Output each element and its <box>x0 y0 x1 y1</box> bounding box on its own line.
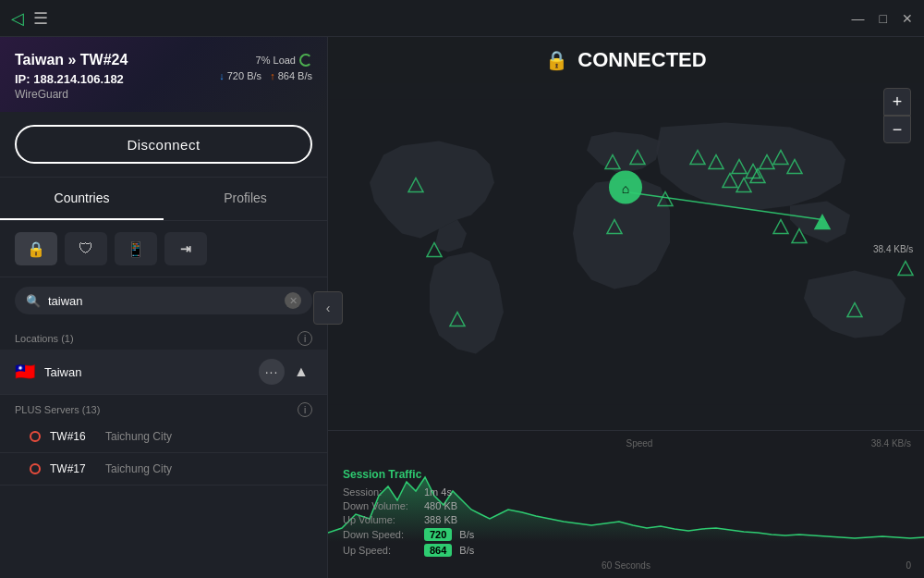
search-clear-button[interactable]: ✕ <box>285 292 301 309</box>
plus-servers-info-icon[interactable]: i <box>298 402 312 417</box>
session-row-up-speed: Up Speed: 864 B/s <box>343 544 474 557</box>
connection-status-text: CONNECTED <box>578 48 706 72</box>
up-volume-value: 388 KB <box>424 514 457 525</box>
session-row-time: Session: 1m 4s <box>343 486 474 498</box>
shield-filter-icon: 🛡 <box>79 240 93 257</box>
search-icon: 🔍 <box>26 294 41 308</box>
graph-speed-label: Speed <box>626 438 653 449</box>
connection-protocol: WireGuard <box>15 88 312 101</box>
svg-text:⌂: ⌂ <box>622 181 629 196</box>
session-value: 1m 4s <box>424 486 452 498</box>
down-volume-value: 480 KB <box>424 500 457 511</box>
speed-graph: Speed 38.4 KB/s 60 Seconds 0 <box>328 430 924 578</box>
svg-text:38.4 KB/s: 38.4 KB/s <box>873 244 913 254</box>
zoom-out-button[interactable]: − <box>883 116 911 143</box>
server-status-dot-icon <box>30 431 41 442</box>
world-map: ⌂ <box>328 74 924 430</box>
server-city-tw17: Taichung City <box>105 462 312 475</box>
ip-value: 188.214.106.182 <box>33 72 124 86</box>
up-volume-label: Up Volume: <box>343 514 417 525</box>
session-traffic-title: Session Traffic <box>343 468 474 481</box>
session-row-down-vol: Down Volume: 480 KB <box>343 500 474 511</box>
download-arrow-icon: ↓ <box>219 70 225 81</box>
forward-filter-icon: ⇥ <box>180 241 191 256</box>
tab-profiles[interactable]: Profiles <box>164 178 327 220</box>
search-input[interactable] <box>48 294 285 308</box>
down-speed-value: 720 <box>424 528 452 541</box>
disconnect-section: Disconnect <box>0 112 327 178</box>
graph-time-label: 60 Seconds <box>602 560 650 571</box>
connection-info: Taiwan » TW#24 IP: 188.214.106.182 WireG… <box>0 37 327 112</box>
download-speed: 720 B/s <box>227 70 261 81</box>
server-id-tw17: TW#17 <box>50 462 105 475</box>
session-row-up-vol: Up Volume: 388 KB <box>343 514 474 525</box>
ip-label: IP: <box>15 72 30 86</box>
filter-phone-button[interactable]: 📱 <box>115 232 157 265</box>
taiwan-server-name: Taiwan <box>44 365 259 379</box>
down-volume-label: Down Volume: <box>343 500 417 511</box>
session-traffic-panel: Session Traffic Session: 1m 4s Down Volu… <box>343 468 474 560</box>
graph-time-right-label: 0 <box>906 560 911 571</box>
graph-distance-label: 38.4 KB/s <box>871 438 911 449</box>
taiwan-flag-icon: 🇹🇼 <box>15 362 35 382</box>
app-logo-icon: ◁ <box>11 8 24 29</box>
server-options-button[interactable]: ··· <box>259 359 285 385</box>
up-speed-unit: B/s <box>459 545 474 556</box>
list-item[interactable]: 🇹🇼 Taiwan ··· ▲ <box>0 350 327 395</box>
server-list: Locations (1) i 🇹🇼 Taiwan ··· ▲ PLUS Ser… <box>0 324 327 578</box>
main-layout: Taiwan » TW#24 IP: 188.214.106.182 WireG… <box>0 37 924 578</box>
locations-info-icon[interactable]: i <box>298 331 312 346</box>
connection-speeds: ↓ 720 B/s ↑ 864 B/s <box>219 70 312 81</box>
title-bar: ◁ ☰ — □ ✕ <box>0 0 924 37</box>
filter-icons-row: 🔒 🛡 📱 ⇥ <box>0 221 327 277</box>
status-lock-icon: 🔒 <box>545 49 568 71</box>
collapse-panel-button[interactable]: ‹ <box>313 291 343 325</box>
server-expand-button[interactable]: ▲ <box>290 361 312 383</box>
upload-arrow-icon: ↑ <box>270 70 275 81</box>
session-label: Session: <box>343 486 417 498</box>
plus-servers-section-header: PLUS Servers (13) i <box>0 395 327 421</box>
server-id-tw16: TW#16 <box>50 430 105 443</box>
phone-filter-icon: 📱 <box>127 240 145 258</box>
server-load: 7% Load <box>219 54 312 67</box>
up-speed-label: Up Speed: <box>343 545 417 556</box>
load-label: 7% Load <box>256 55 296 66</box>
tabs-bar: Countries Profiles <box>0 178 327 221</box>
maximize-button[interactable]: □ <box>880 11 887 26</box>
minimize-button[interactable]: — <box>852 11 865 26</box>
left-panel: Taiwan » TW#24 IP: 188.214.106.182 WireG… <box>0 37 328 578</box>
list-item[interactable]: TW#17 Taichung City <box>0 453 327 486</box>
filter-lock-button[interactable]: 🔒 <box>15 232 57 265</box>
down-speed-unit: B/s <box>459 529 474 540</box>
upload-speed: 864 B/s <box>278 70 312 81</box>
server-item-actions: ··· ▲ <box>259 359 312 385</box>
up-speed-value: 864 <box>424 544 452 557</box>
plus-servers-label: PLUS Servers (13) <box>15 404 100 415</box>
filter-shield-button[interactable]: 🛡 <box>65 232 107 265</box>
zoom-in-button[interactable]: + <box>883 88 911 116</box>
list-item[interactable]: TW#16 Taichung City <box>0 421 327 453</box>
server-status-dot-icon <box>30 463 41 474</box>
load-circle-icon <box>299 54 312 67</box>
down-speed-label: Down Speed: <box>343 529 417 540</box>
locations-section-header: Locations (1) i <box>0 324 327 350</box>
server-city-tw16: Taichung City <box>105 430 312 443</box>
window-controls: — □ ✕ <box>852 11 913 26</box>
disconnect-button[interactable]: Disconnect <box>15 125 312 164</box>
right-panel: 🔒 CONNECTED <box>328 37 924 578</box>
session-row-down-speed: Down Speed: 720 B/s <box>343 528 474 541</box>
close-button[interactable]: ✕ <box>902 11 913 26</box>
locations-label: Locations (1) <box>15 333 74 344</box>
hamburger-menu-icon[interactable]: ☰ <box>33 8 48 29</box>
map-zoom-controls: + − <box>883 88 911 143</box>
connection-stats: 7% Load ↓ 720 B/s ↑ 864 B/s <box>219 54 312 81</box>
lock-filter-icon: 🔒 <box>27 240 45 258</box>
tab-countries[interactable]: Countries <box>0 178 164 220</box>
search-bar: 🔍 ✕ <box>15 287 312 314</box>
filter-forward-button[interactable]: ⇥ <box>164 232 207 265</box>
